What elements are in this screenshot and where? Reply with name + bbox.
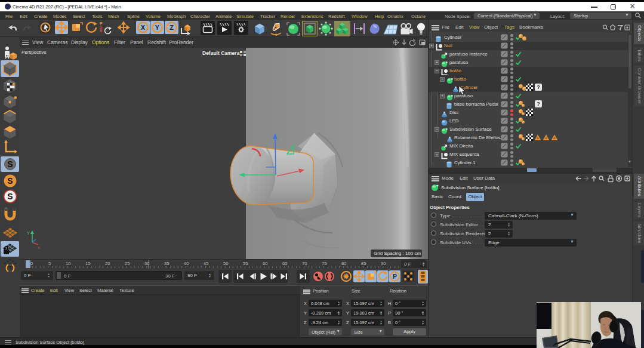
svg-text:S: S	[7, 176, 13, 186]
svg-text:Y: Y	[155, 24, 160, 31]
svg-text:X: X	[38, 246, 40, 250]
svg-text:P: P	[393, 273, 397, 280]
svg-text:S: S	[7, 159, 13, 169]
svg-text:Z: Z	[170, 24, 174, 31]
svg-text:X: X	[141, 24, 146, 31]
svg-text:Y: Y	[27, 231, 30, 235]
svg-text:S: S	[7, 192, 13, 201]
